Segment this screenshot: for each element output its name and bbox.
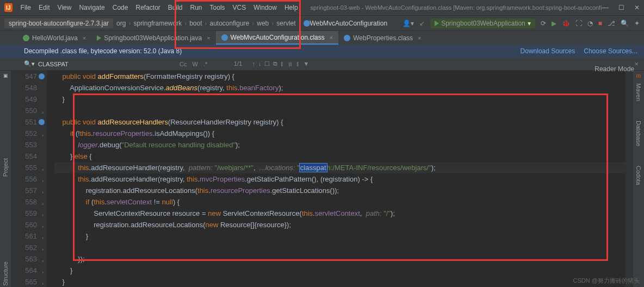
tab-webproperties[interactable]: WebProperties.class× (338, 31, 426, 45)
maven-tool-label[interactable]: Maven (635, 83, 642, 101)
menu-help[interactable]: Help (281, 4, 302, 11)
error-stripe (626, 71, 633, 287)
reload-icon[interactable]: ⟳ (541, 20, 546, 27)
structure-tool-label[interactable]: Structure (2, 261, 9, 286)
menu-code[interactable]: Code (109, 4, 132, 11)
whole-words-icon[interactable]: W (192, 61, 197, 67)
menu-build[interactable]: Build (164, 4, 187, 11)
breadcrumb-item[interactable]: org (116, 20, 126, 27)
git-icon[interactable]: ⎇ (608, 20, 615, 27)
tab-springboot-app[interactable]: Springboot03WebApplication.java× (91, 31, 215, 45)
profile-icon[interactable]: ◔ (587, 20, 593, 27)
breadcrumb-item[interactable]: boot (189, 20, 202, 27)
settings-icon[interactable]: ✦ (634, 20, 640, 27)
stop-icon[interactable]: ■ (598, 20, 602, 27)
filter-icon[interactable]: ⫿ (281, 60, 284, 67)
close-search-icon[interactable]: × (634, 60, 639, 68)
main-menu: File Edit View Navigate Code Refactor Bu… (17, 4, 302, 11)
editor-main: ▣ Project Structure 547548549550›551›552… (0, 71, 644, 287)
menu-view[interactable]: View (54, 4, 76, 11)
search-icon: 🔍▾ (24, 60, 35, 67)
breadcrumb-item[interactable]: web (257, 20, 269, 27)
close-icon[interactable]: ✕ (634, 4, 640, 11)
title-bar: IJ File Edit View Navigate Code Refactor… (0, 0, 644, 15)
code-editor[interactable]: public void addFormatters(FormatterRegis… (47, 71, 626, 287)
coverage-icon[interactable]: ⛶ (575, 20, 582, 27)
breadcrumb-jar[interactable]: spring-boot-autoconfigure-2.7.3.jar (4, 18, 113, 28)
line-gutter: 547548549550›551›552›553554555›556›557›5… (11, 71, 47, 287)
decompiled-label: Decompiled .class file, bytecode version… (24, 47, 182, 55)
search-input[interactable]: CLASSPAT (38, 61, 69, 67)
select-all-icon[interactable]: ☐ (264, 60, 270, 67)
run-icon[interactable]: ▶ (552, 20, 556, 27)
filter2-icon[interactable]: ⫼ (287, 60, 293, 67)
class-icon (304, 20, 310, 27)
breadcrumb-item[interactable]: autoconfigure (210, 20, 250, 27)
back-arrow-icon[interactable]: ↙ (419, 20, 425, 27)
database-tool-label[interactable]: Database (635, 121, 642, 146)
filter3-icon[interactable]: ⫿ (296, 60, 300, 67)
window-title: springboot-03-web - WebMvcAutoConfigurat… (311, 4, 602, 11)
project-tool-icon[interactable]: ▣ (3, 73, 8, 78)
project-tool-label[interactable]: Project (2, 158, 9, 177)
right-tool-gutter: m Maven Database Codota (633, 71, 644, 287)
toolbar-right: 👤▾ ↙ Springboot03WebApplication ▾ ⟳ ▶ 🐞 … (403, 18, 640, 28)
prev-match-icon[interactable]: ↑ (252, 60, 255, 67)
maven-icon[interactable]: m (636, 73, 641, 79)
breadcrumb-item[interactable]: WebMvcAutoConfiguration (310, 20, 388, 27)
match-case-icon[interactable]: Cc (179, 61, 187, 67)
breadcrumb-item[interactable]: springframework (133, 20, 182, 27)
left-tool-gutter: ▣ Project Structure (0, 71, 11, 287)
menu-file[interactable]: File (17, 4, 35, 11)
tab-helloworld[interactable]: HelloWorld.java× (17, 31, 91, 45)
class-file-icon (344, 35, 350, 41)
menu-edit[interactable]: Edit (35, 4, 54, 11)
match-counter: 1/1 (234, 60, 242, 67)
run-config-selector[interactable]: Springboot03WebApplication ▾ (430, 18, 535, 28)
close-tab-icon[interactable]: × (330, 34, 333, 41)
download-sources-link[interactable]: Download Sources (521, 47, 575, 55)
maximize-icon[interactable]: ☐ (618, 4, 624, 11)
app-logo: IJ (4, 3, 13, 12)
close-tab-icon[interactable]: × (83, 35, 86, 41)
regex-icon[interactable]: .* (203, 61, 207, 67)
funnel-icon[interactable]: ▼ (303, 60, 309, 67)
menu-vcs[interactable]: VCS (229, 4, 250, 11)
codota-tool-label[interactable]: Codota (635, 166, 642, 185)
search-icon[interactable]: 🔍 (621, 20, 629, 27)
debug-icon[interactable]: 🐞 (562, 20, 570, 27)
java-file-icon (23, 35, 29, 41)
menu-refactor[interactable]: Refactor (132, 4, 164, 11)
reader-mode-label[interactable]: Reader Mode (595, 65, 634, 73)
minimize-icon[interactable]: — (602, 4, 609, 11)
window-controls: — ☐ ✕ (602, 4, 640, 11)
choose-sources-link[interactable]: Choose Sources... (584, 47, 637, 55)
menu-navigate[interactable]: Navigate (75, 4, 108, 11)
editor-tabs: HelloWorld.java× Springboot03WebApplicat… (0, 30, 644, 45)
class-file-icon (221, 34, 228, 41)
breadcrumb-item[interactable]: servlet (276, 20, 295, 27)
menu-tools[interactable]: Tools (206, 4, 229, 11)
play-icon (435, 21, 439, 26)
csdn-watermark: CSDN @努力搬砖的猪头 (573, 277, 640, 285)
tab-webmvc-autoconfig[interactable]: WebMvcAutoConfiguration.class× (216, 31, 339, 45)
decompiled-info-bar: Decompiled .class file, bytecode version… (0, 45, 644, 58)
find-in-file-bar: 🔍▾CLASSPAT Cc W .* 1/1 ↑ ↓ ☐ ⧉ ⫿ ⫼ ⫿ ▼ × (0, 58, 644, 71)
person-icon[interactable]: 👤▾ (403, 20, 414, 27)
next-match-icon[interactable]: ↓ (258, 60, 262, 67)
menu-run[interactable]: Run (187, 4, 206, 11)
close-tab-icon[interactable]: × (418, 35, 421, 41)
close-tab-icon[interactable]: × (207, 35, 210, 41)
play-icon (97, 35, 101, 41)
breadcrumb-row: spring-boot-autoconfigure-2.7.3.jar org›… (0, 15, 644, 30)
menu-window[interactable]: Window (250, 4, 281, 11)
new-window-icon[interactable]: ⧉ (273, 60, 277, 67)
